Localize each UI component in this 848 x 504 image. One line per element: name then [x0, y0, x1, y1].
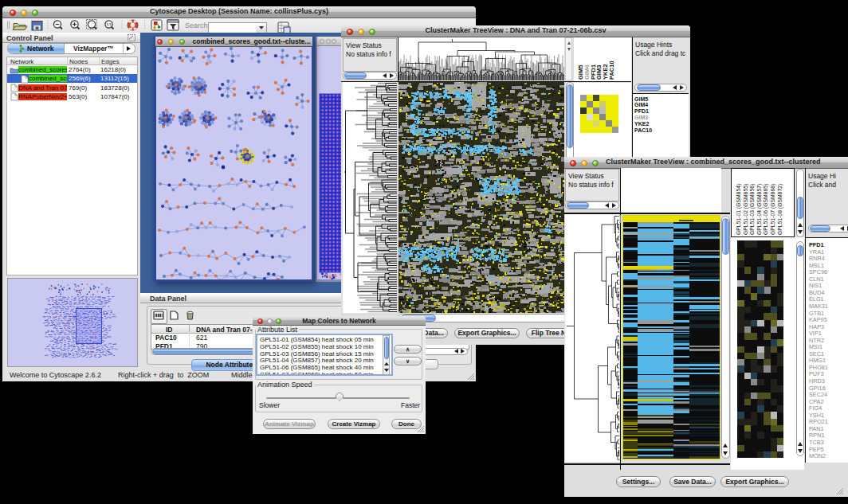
svg-text:GPL51-04 (GSM857): GPL51-04 (GSM857) [756, 184, 763, 235]
svg-text:1:1: 1:1 [106, 22, 112, 26]
svg-text:GPL51-07 (GSM868): GPL51-07 (GSM868) [770, 184, 776, 235]
svg-text:Search:: Search: [185, 21, 210, 29]
svg-text:GPL51-06 (GSM865): GPL51-06 (GSM865) [763, 184, 769, 235]
svg-text:GPL51-03 (GSM856): GPL51-03 (GSM856) [749, 184, 756, 235]
svg-text:GPL51-08 (GSM872): GPL51-08 (GSM872) [777, 184, 783, 235]
svg-text:MON2: MON2 [809, 452, 826, 459]
svg-text:PAC10: PAC10 [608, 61, 615, 80]
svg-text:GPL51-01 (GSM854): GPL51-01 (GSM854) [736, 184, 742, 235]
svg-text:GPL51-02 (GSM855): GPL51-02 (GSM855) [743, 184, 749, 235]
